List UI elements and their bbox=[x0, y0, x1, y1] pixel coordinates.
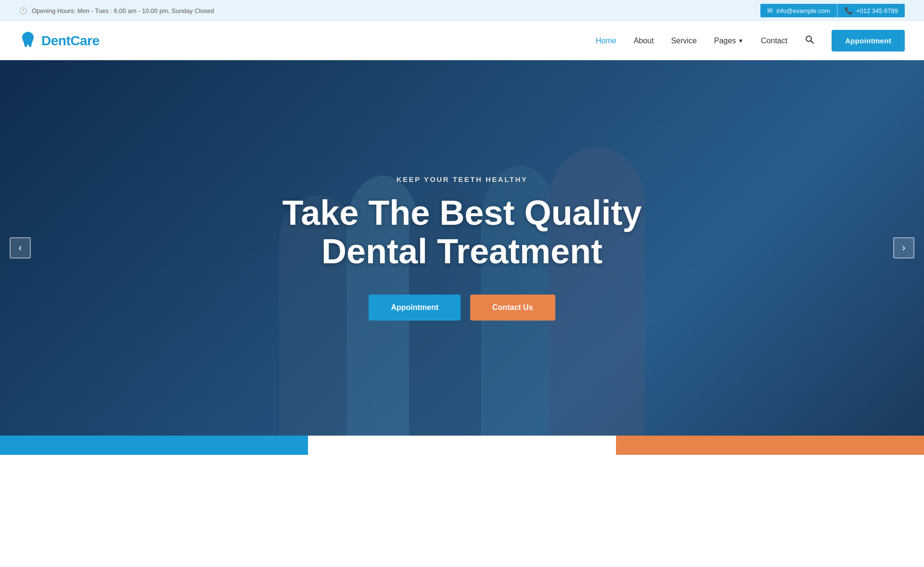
nav-home[interactable]: Home bbox=[596, 37, 616, 45]
nav-service[interactable]: Service bbox=[671, 37, 696, 45]
phone-text: +012 345 6789 bbox=[856, 7, 898, 14]
svg-line-1 bbox=[811, 41, 814, 44]
hero-subtitle: KEEP YOUR TEETH HEALTHY bbox=[282, 175, 642, 183]
tooth-icon bbox=[19, 30, 37, 52]
bottom-strip-white bbox=[308, 436, 616, 455]
appointment-button[interactable]: Appointment bbox=[832, 30, 905, 52]
chevron-down-icon: ▼ bbox=[738, 38, 744, 44]
hero-appointment-button[interactable]: Appointment bbox=[369, 295, 461, 321]
nav-about[interactable]: About bbox=[634, 37, 654, 45]
header: DentCare Home About Service Pages ▼ Cont… bbox=[0, 21, 924, 60]
bottom-strip-blue bbox=[0, 436, 308, 455]
opening-hours: Opening Hours: Mon - Tues : 6.00 am - 10… bbox=[32, 7, 214, 14]
clock-icon bbox=[19, 7, 29, 14]
top-bar-left: Opening Hours: Mon - Tues : 6.00 am - 10… bbox=[19, 7, 214, 14]
main-nav: Home About Service Pages ▼ Contact Appoi… bbox=[596, 30, 905, 52]
bottom-strip-orange bbox=[616, 436, 924, 455]
hero-contact-button[interactable]: Contact Us bbox=[470, 295, 555, 321]
email-item[interactable]: ✉ info@example.com bbox=[760, 4, 837, 17]
logo-text: DentCare bbox=[41, 33, 100, 49]
hero-buttons: Appointment Contact Us bbox=[282, 295, 642, 321]
phone-item[interactable]: 📞 +012 345 6789 bbox=[837, 4, 905, 17]
nav-pages[interactable]: Pages ▼ bbox=[714, 37, 744, 45]
carousel-next-button[interactable]: › bbox=[893, 237, 914, 258]
logo[interactable]: DentCare bbox=[19, 30, 100, 52]
top-bar-right: ✉ info@example.com 📞 +012 345 6789 bbox=[760, 4, 905, 17]
phone-icon: 📞 bbox=[845, 7, 853, 14]
hero-title-line1: Take The Best Quality bbox=[282, 193, 642, 232]
nav-contact[interactable]: Contact bbox=[761, 37, 787, 45]
hero-title-line2: Dental Treatment bbox=[321, 232, 603, 271]
mail-icon: ✉ bbox=[767, 7, 773, 14]
hero-title: Take The Best Quality Dental Treatment bbox=[282, 194, 642, 270]
carousel-prev-button[interactable]: ‹ bbox=[10, 237, 31, 258]
hero-section: ‹ KEEP YOUR TEETH HEALTHY Take The Best … bbox=[0, 60, 924, 436]
search-icon bbox=[805, 37, 814, 46]
hero-content: KEEP YOUR TEETH HEALTHY Take The Best Qu… bbox=[273, 175, 652, 320]
search-button[interactable] bbox=[805, 35, 814, 47]
top-bar: Opening Hours: Mon - Tues : 6.00 am - 10… bbox=[0, 0, 924, 21]
bottom-strip bbox=[0, 436, 924, 455]
contact-info-wrapper: ✉ info@example.com 📞 +012 345 6789 bbox=[760, 4, 905, 17]
email-text: info@example.com bbox=[776, 7, 830, 14]
